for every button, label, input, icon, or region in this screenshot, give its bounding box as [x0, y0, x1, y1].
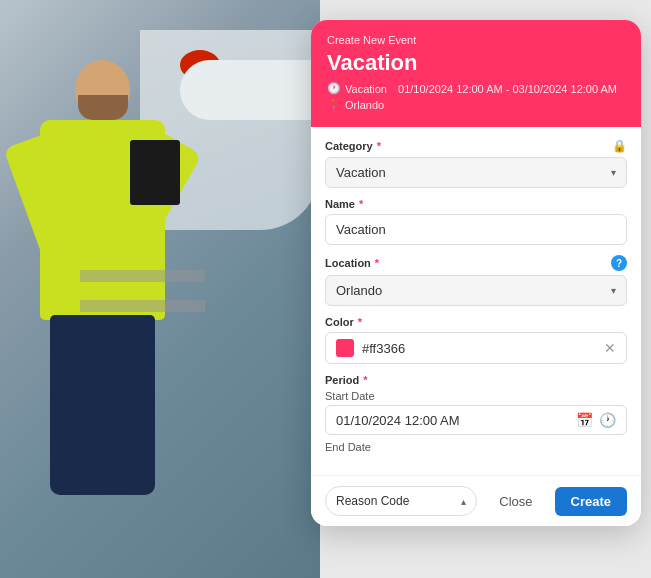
clock-icon[interactable]: 🕐 — [599, 412, 616, 428]
location-label: Location * ? — [325, 255, 627, 271]
modal-footer: Reason Code ▴ Close Create — [311, 475, 641, 526]
period-label: Period * — [325, 374, 627, 386]
category-group: Category * 🔒 Vacation ▾ — [325, 139, 627, 188]
name-required: * — [359, 198, 363, 210]
period-group: Period * Start Date 01/10/2024 12:00 AM … — [325, 374, 627, 453]
create-event-modal: Create New Event Vacation 🕐 Vacation 01/… — [311, 20, 641, 526]
location-required: * — [375, 257, 379, 269]
clock-icon: 🕐 — [327, 82, 341, 95]
chevron-up-icon: ▴ — [461, 496, 466, 507]
event-title: Vacation — [327, 50, 625, 76]
create-event-label: Create New Event — [327, 34, 625, 46]
name-group: Name * — [325, 198, 627, 245]
background-photo — [0, 0, 320, 578]
start-date-group: Start Date 01/10/2024 12:00 AM 📅 🕐 — [325, 390, 627, 435]
close-button[interactable]: Close — [485, 487, 546, 516]
start-date-label: Start Date — [325, 390, 627, 402]
pin-icon: 📍 — [327, 98, 341, 111]
location-group: Location * ? Orlando ▾ — [325, 255, 627, 306]
color-input-row[interactable]: #ff3366 ✕ — [325, 332, 627, 364]
modal-body: Category * 🔒 Vacation ▾ Name * Location … — [311, 127, 641, 475]
event-subtitle: 🕐 Vacation 01/10/2024 12:00 AM - 03/10/2… — [327, 82, 625, 95]
modal-header: Create New Event Vacation 🕐 Vacation 01/… — [311, 20, 641, 127]
category-value: Vacation — [336, 165, 386, 180]
category-label: Category * 🔒 — [325, 139, 627, 153]
name-input[interactable] — [325, 214, 627, 245]
reason-code-label: Reason Code — [336, 494, 409, 508]
event-location-header: 📍 Orlando — [327, 98, 625, 111]
color-required: * — [358, 316, 362, 328]
lock-icon: 🔒 — [612, 139, 627, 153]
help-icon[interactable]: ? — [611, 255, 627, 271]
color-hex-value: #ff3366 — [362, 341, 596, 356]
color-label: Color * — [325, 316, 627, 328]
chevron-down-icon: ▾ — [611, 167, 616, 178]
category-required: * — [377, 140, 381, 152]
end-date-group: End Date — [325, 441, 627, 453]
create-button[interactable]: Create — [555, 487, 627, 516]
start-date-value: 01/10/2024 12:00 AM — [336, 413, 570, 428]
clear-color-icon[interactable]: ✕ — [604, 340, 616, 356]
name-label: Name * — [325, 198, 627, 210]
location-chevron-down-icon: ▾ — [611, 285, 616, 296]
start-date-input-row[interactable]: 01/10/2024 12:00 AM 📅 🕐 — [325, 405, 627, 435]
color-group: Color * #ff3366 ✕ — [325, 316, 627, 364]
reason-code-select[interactable]: Reason Code ▴ — [325, 486, 477, 516]
period-required: * — [363, 374, 367, 386]
color-swatch — [336, 339, 354, 357]
location-value: Orlando — [336, 283, 382, 298]
calendar-icon[interactable]: 📅 — [576, 412, 593, 428]
location-select[interactable]: Orlando ▾ — [325, 275, 627, 306]
category-select[interactable]: Vacation ▾ — [325, 157, 627, 188]
end-date-label: End Date — [325, 441, 627, 453]
